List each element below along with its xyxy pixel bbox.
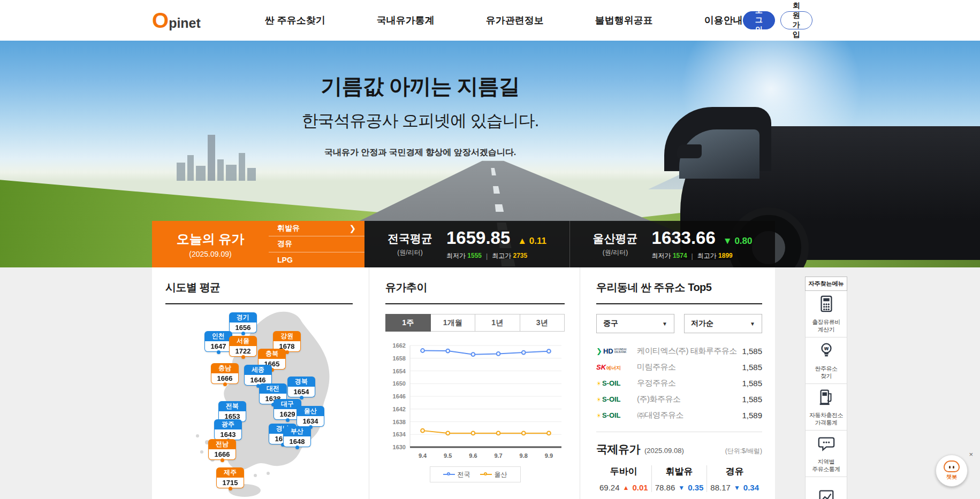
intl-delta: 0.34 [743, 483, 759, 492]
svg-text:1658: 1658 [393, 355, 406, 362]
top-navigation-bar: Opinet 싼 주유소찾기국내유가통계유가관련정보불법행위공표이용안내 로그인… [0, 0, 980, 41]
todays-price-title-block: 오늘의 유가 (2025.09.09) [152, 221, 269, 267]
svg-text:9.6: 9.6 [469, 452, 477, 459]
gnb-item-5[interactable]: 이용안내 [704, 14, 743, 27]
signup-button[interactable]: 회원가입 [780, 11, 812, 29]
main-content: 시도별 평균 경기1656인천1647서울1722강원1678충북1665충남1… [152, 267, 775, 499]
avg-block-2: 울산평균 (원/리터) 1633.66 ▼ 0.80 최저가 1574 | 최고… [569, 221, 775, 267]
svg-text:9.8: 9.8 [520, 452, 528, 459]
region-badge-서울[interactable]: 서울1722 [229, 336, 257, 357]
region-select[interactable]: 중구 ▼ [596, 314, 674, 333]
quick-menu-title: 자주찾는메뉴 [805, 277, 847, 291]
station-price: 1,585 [742, 379, 762, 388]
station-row-4[interactable]: ☀S-OIL (주)화주유소 1,585 [596, 391, 762, 407]
fuel-type-tabs: 휘발유❯경유LPG [269, 221, 364, 267]
price-trend-title: 유가추이 [385, 280, 565, 304]
top5-filters: 중구 ▼ 저가순 ▼ [596, 314, 762, 333]
intl-price: 88.17 [710, 483, 731, 492]
pump-icon [817, 388, 835, 408]
sk-energy-logo: SK에너지 [596, 363, 621, 371]
fuel-tab-1[interactable]: 휘발유❯ [269, 221, 364, 236]
auth-buttons: 로그인 회원가입 [743, 11, 812, 29]
top5-title: 우리동네 싼 주유소 Top5 [596, 280, 762, 304]
quick-menu-item-2[interactable]: ₩ 싼주유소 찾기 [805, 337, 847, 384]
region-badge-광주[interactable]: 광주1643 [214, 419, 242, 440]
station-row-2[interactable]: SK에너지 미림주유소 1,585 [596, 359, 762, 375]
trend-tab-1[interactable]: 1주 [385, 314, 431, 332]
avg-label: 전국평균 [388, 231, 432, 246]
chart-legend: 전국울산 [430, 466, 521, 482]
region-badge-전남[interactable]: 전남1666 [208, 439, 236, 460]
opinet-logo[interactable]: Opinet [152, 10, 201, 31]
hd-oilbank-logo: ❯HDHYUNDAIOILBANK [596, 347, 637, 355]
region-map: 경기1656인천1647서울1722강원1678충북1665충남1666세종16… [165, 309, 350, 497]
korea-map-silhouette [165, 309, 350, 497]
gnb-item-4[interactable]: 불법행위공표 [595, 14, 653, 27]
min-price: 1555 [467, 252, 482, 259]
avg-unit: (원/리터) [388, 248, 432, 257]
logo-o: O [152, 10, 169, 31]
chatbot-close-icon[interactable]: × [969, 450, 973, 458]
bubble-icon [817, 434, 835, 455]
intl-oil-unit: (단위:$/배럴) [725, 447, 762, 456]
trend-tab-2[interactable]: 1개월 [431, 314, 476, 332]
chatbot-button[interactable]: 챗봇 [936, 455, 968, 487]
station-row-5[interactable]: ☀S-OIL ㈜대영주유소 1,589 [596, 407, 762, 423]
region-badge-세종[interactable]: 세종1646 [244, 365, 272, 386]
station-price: 1,585 [742, 395, 762, 404]
regional-average-section: 시도별 평균 경기1656인천1647서울1722강원1678충북1665충남1… [152, 267, 369, 499]
station-price: 1,589 [742, 411, 762, 420]
max-price: 1899 [718, 252, 733, 259]
quick-menu-label: 지역별 주유소통계 [812, 458, 840, 473]
quick-menu-sidebar: 자주찾는메뉴 출장유류비 계산기₩ 싼주유소 찾기 자동차충전소 가격통계 지역… [805, 277, 847, 499]
station-name: 케이티엑스(주) 태화루주유소 [637, 346, 737, 356]
avg-label: 울산평균 [593, 231, 638, 246]
svg-text:9.9: 9.9 [545, 452, 553, 459]
quick-menu-item-4[interactable]: 지역별 주유소통계 [805, 431, 847, 477]
gnb-item-1[interactable]: 싼 주유소찾기 [265, 14, 325, 27]
chatbot-mascot-icon [944, 460, 960, 472]
region-badge-인천[interactable]: 인천1647 [204, 331, 232, 352]
region-badge-경기[interactable]: 경기1656 [229, 312, 257, 333]
svg-text:₩: ₩ [824, 346, 829, 351]
quick-menu-item-1[interactable]: 출장유류비 계산기 [805, 291, 847, 337]
avg-unit: (원/리터) [593, 248, 638, 257]
gnb-item-2[interactable]: 국내유가통계 [377, 14, 435, 27]
quick-menu-label: 출장유류비 계산기 [812, 318, 840, 334]
trend-tab-3[interactable]: 1년 [475, 314, 520, 332]
region-badge-경북[interactable]: 경북1654 [287, 377, 315, 397]
region-badge-제주[interactable]: 제주1715 [216, 467, 244, 488]
legend-marker [443, 472, 455, 477]
s-oil-logo: ☀S-OIL [596, 395, 621, 403]
region-select-value: 중구 [603, 319, 618, 328]
intl-delta: 0.01 [632, 483, 648, 492]
sort-select-value: 저가순 [691, 319, 713, 328]
quick-menu-item-3[interactable]: 자동차충전소 가격통계 [805, 384, 847, 431]
sort-select[interactable]: 저가순 ▼ [684, 314, 762, 333]
down-triangle-icon: ▼ [678, 484, 685, 492]
price-trend-chart: 1662165816541650164616421638163416309.49… [385, 339, 566, 463]
avg-delta: ▲ 0.11 [518, 236, 546, 247]
svg-text:1654: 1654 [393, 368, 406, 374]
down-triangle-icon: ▼ [734, 484, 740, 492]
avg-delta: ▼ 0.80 [723, 236, 753, 247]
gnb-item-3[interactable]: 유가관련정보 [486, 14, 544, 27]
region-badge-충남[interactable]: 충남1666 [211, 363, 239, 384]
avg-block-1: 전국평균 (원/리터) 1659.85 ▲ 0.11 최저가 1555 | 최고… [364, 221, 569, 267]
s-oil-logo: ☀S-OIL [596, 379, 621, 387]
region-badge-부산[interactable]: 부산1648 [283, 426, 311, 447]
station-price: 1,585 [742, 347, 762, 356]
todays-price-title: 오늘의 유가 [177, 231, 245, 248]
region-badge-울산[interactable]: 울산1634 [297, 406, 324, 427]
trend-tab-4[interactable]: 3년 [520, 314, 565, 332]
station-row-1[interactable]: ❯HDHYUNDAIOILBANK 케이티엑스(주) 태화루주유소 1,585 [596, 343, 762, 359]
login-button[interactable]: 로그인 [743, 11, 775, 29]
station-list: ❯HDHYUNDAIOILBANK 케이티엑스(주) 태화루주유소 1,585S… [596, 343, 762, 423]
fuel-tab-2[interactable]: 경유 [269, 236, 364, 251]
station-row-3[interactable]: ☀S-OIL 우정주유소 1,585 [596, 375, 762, 391]
todays-price-bar: 오늘의 유가 (2025.09.09) 휘발유❯경유LPG 전국평균 (원/리터… [152, 221, 775, 267]
quick-menu-item-5[interactable] [805, 477, 847, 499]
fuel-tab-3[interactable]: LPG [269, 252, 364, 267]
regional-average-title: 시도별 평균 [165, 280, 353, 304]
intl-oil-values: 두바이 69.24 ▲ 0.01휘발유 78.86 ▼ 0.35경유 88.17… [596, 465, 762, 492]
